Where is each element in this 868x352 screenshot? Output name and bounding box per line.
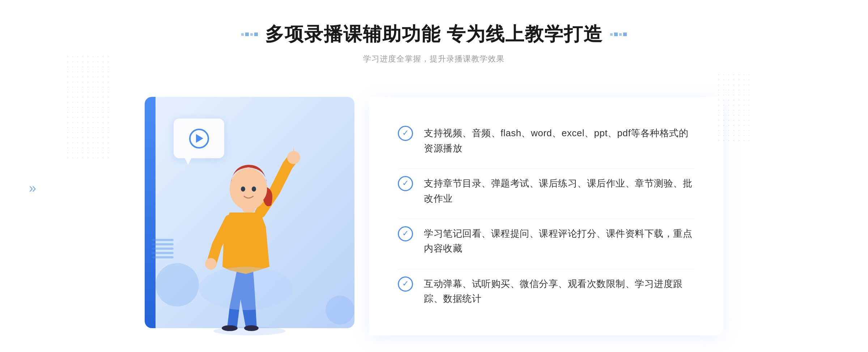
line-stripe: [152, 256, 174, 258]
title-row: 多项录播课辅助功能 专为线上教学打造: [241, 22, 627, 47]
page-wrapper: » 多项录播课辅助功能 专为线上教学打造 学习进度全掌握，提升录播课教学效果: [0, 0, 868, 352]
feature-text-3: 学习笔记回看、课程提问、课程评论打分、课件资料下载，重点内容收藏: [424, 226, 694, 256]
check-icon-3: ✓: [398, 226, 413, 241]
feature-item-1: ✓ 支持视频、音频、flash、word、excel、ppt、pdf等各种格式的…: [398, 119, 694, 163]
check-icon-2: ✓: [398, 176, 413, 191]
check-mark-4: ✓: [402, 280, 409, 288]
line-stripe: [152, 239, 174, 241]
svg-point-2: [244, 325, 259, 331]
svg-point-9: [199, 267, 293, 310]
line-stripe: [152, 243, 174, 245]
content-area: ✓ 支持视频、音频、flash、word、excel、ppt、pdf等各种格式的…: [145, 90, 723, 335]
title-dots-left: [241, 33, 258, 36]
dot: [241, 33, 244, 36]
check-mark-2: ✓: [402, 179, 409, 187]
feature-text-4: 互动弹幕、试听购买、微信分享、观看次数限制、学习进度跟踪、数据统计: [424, 276, 694, 306]
blue-accent-bar: [145, 97, 156, 328]
header-section: 多项录播课辅助功能 专为线上教学打造 学习进度全掌握，提升录播课教学效果: [241, 22, 627, 64]
illustration-wrapper: [145, 90, 369, 335]
svg-point-3: [287, 151, 300, 164]
svg-point-4: [205, 258, 217, 270]
page-title: 多项录播课辅助功能 专为线上教学打造: [265, 22, 603, 47]
svg-point-6: [230, 168, 267, 210]
dots-decoration-right: [716, 72, 752, 145]
feature-text-1: 支持视频、音频、flash、word、excel、ppt、pdf等各种格式的资源…: [424, 126, 694, 156]
chevron-left-icon: »: [29, 181, 33, 196]
deco-circle-2: [326, 296, 354, 325]
dot: [623, 33, 627, 36]
line-stripe: [152, 252, 174, 254]
check-icon-1: ✓: [398, 126, 413, 141]
dot: [250, 33, 253, 36]
svg-point-1: [222, 325, 238, 331]
features-panel: ✓ 支持视频、音频、flash、word、excel、ppt、pdf等各种格式的…: [369, 97, 723, 335]
dot: [619, 33, 622, 36]
dot: [610, 33, 613, 36]
feature-item-4: ✓ 互动弹幕、试听购买、微信分享、观看次数限制、学习进度跟踪、数据统计: [398, 269, 694, 314]
person-illustration: [174, 133, 326, 335]
feature-text-2: 支持章节目录、弹题考试、课后练习、课后作业、章节测验、批改作业: [424, 176, 694, 206]
title-dots-right: [610, 33, 627, 36]
svg-point-7: [241, 186, 245, 192]
lines-decoration: [152, 234, 174, 263]
dot: [254, 33, 258, 36]
check-mark-1: ✓: [402, 129, 409, 137]
feature-item-3: ✓ 学习笔记回看、课程提问、课程评论打分、课件资料下载，重点内容收藏: [398, 219, 694, 263]
check-icon-4: ✓: [398, 276, 413, 292]
line-stripe: [152, 248, 174, 250]
page-subtitle: 学习进度全掌握，提升录播课教学效果: [241, 53, 627, 64]
svg-point-8: [252, 186, 256, 192]
dot: [614, 33, 618, 36]
dots-decoration-left: [65, 54, 109, 163]
check-mark-3: ✓: [402, 229, 409, 237]
dot: [245, 33, 249, 36]
feature-item-2: ✓ 支持章节目录、弹题考试、课后练习、课后作业、章节测验、批改作业: [398, 168, 694, 213]
